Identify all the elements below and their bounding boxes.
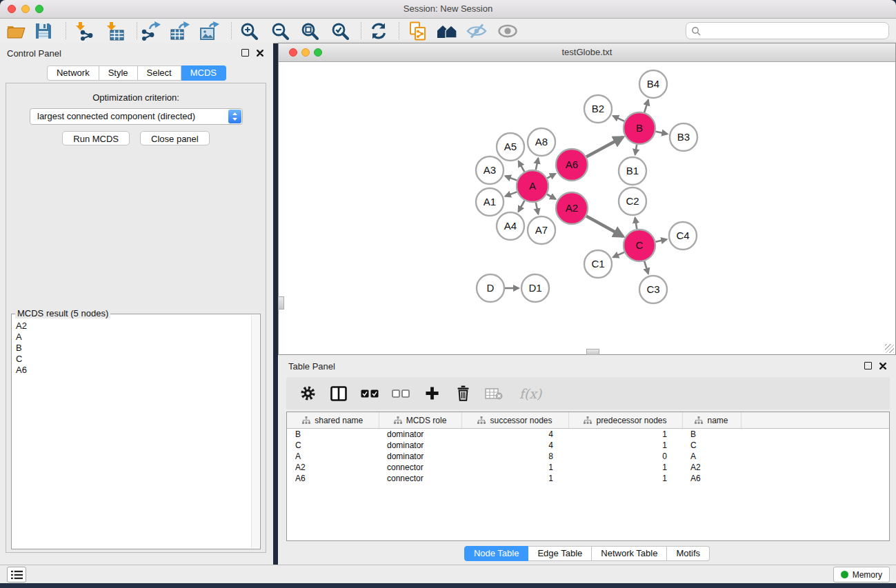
graph-node-A6[interactable]: A6 xyxy=(556,149,588,181)
export-table-button[interactable] xyxy=(170,21,190,41)
table-row[interactable]: A6connector11A6 xyxy=(287,473,889,484)
tab-network[interactable]: Network xyxy=(47,65,99,81)
result-item[interactable]: A2 xyxy=(16,321,250,332)
graph-edge-B-B1[interactable] xyxy=(635,145,637,155)
tab-edge-table[interactable]: Edge Table xyxy=(528,546,592,561)
float-panel-icon[interactable] xyxy=(241,49,249,57)
result-item[interactable]: A xyxy=(16,332,250,343)
graph-node-A1[interactable]: A1 xyxy=(476,188,504,216)
open-session-button[interactable] xyxy=(6,21,26,41)
network-close-button[interactable] xyxy=(289,48,297,57)
graph-edge-A6-B[interactable] xyxy=(586,137,623,157)
criterion-dropdown[interactable]: largest connected component (directed) xyxy=(30,108,243,125)
app-titlebar[interactable]: Session: New Session xyxy=(0,0,896,19)
column-header-predecessor-nodes[interactable]: predecessor nodes xyxy=(568,412,682,429)
float-panel-icon[interactable] xyxy=(864,362,872,369)
import-table-button[interactable] xyxy=(104,21,125,41)
add-column-button[interactable] xyxy=(422,384,441,403)
minimize-window-button[interactable] xyxy=(21,5,30,13)
graph-node-D1[interactable]: D1 xyxy=(521,274,549,302)
table-row[interactable]: Cdominator41C xyxy=(287,440,889,451)
show-panels-button[interactable] xyxy=(497,21,518,41)
zoom-in-button[interactable] xyxy=(239,21,259,41)
graph-node-A2[interactable]: A2 xyxy=(556,192,588,224)
graph-node-B2[interactable]: B2 xyxy=(584,95,612,123)
graph-node-B4[interactable]: B4 xyxy=(639,70,667,98)
table-row[interactable]: Adominator80A xyxy=(287,451,889,462)
graph-edge-A-A1[interactable] xyxy=(506,192,517,196)
tab-style[interactable]: Style xyxy=(99,65,138,81)
import-network-button[interactable] xyxy=(73,21,94,41)
function-builder-button[interactable]: f(x) xyxy=(515,384,546,403)
result-item[interactable]: B xyxy=(16,343,250,354)
result-item[interactable]: C xyxy=(16,354,250,365)
column-header-MCDS-role[interactable]: MCDS role xyxy=(379,412,461,429)
network-window-titlebar[interactable]: testGlobe.txt xyxy=(279,43,895,62)
graph-node-C4[interactable]: C4 xyxy=(669,222,697,250)
run-mcds-button[interactable]: Run MCDS xyxy=(62,131,130,145)
export-image-button[interactable] xyxy=(199,21,220,41)
graph-edge-B-B4[interactable] xyxy=(644,100,648,112)
save-session-button[interactable] xyxy=(33,21,54,41)
graph-edge-C-C2[interactable] xyxy=(635,218,637,230)
graph-node-A3[interactable]: A3 xyxy=(476,156,504,184)
graph-node-C3[interactable]: C3 xyxy=(639,276,667,303)
delete-table-button[interactable] xyxy=(484,384,504,403)
table-row[interactable]: Bdominator41B xyxy=(287,429,889,440)
graph-edge-C-C3[interactable] xyxy=(644,261,648,274)
refresh-button[interactable] xyxy=(368,21,389,41)
graph-edge-A-A2[interactable] xyxy=(547,194,556,199)
graph-node-B3[interactable]: B3 xyxy=(670,123,697,151)
graph-node-D[interactable]: D xyxy=(477,274,504,302)
network-zoom-button[interactable] xyxy=(314,48,322,57)
network-canvas[interactable]: B4B2BB3A8A5A6A3B1AC2A1A2A4A7C4CC1C3DD1 xyxy=(279,62,895,354)
graph-edge-A-A6[interactable] xyxy=(547,174,555,179)
table-row[interactable]: A2connector11A2 xyxy=(287,462,889,473)
home-button[interactable] xyxy=(437,21,457,41)
close-panel-button[interactable]: Close panel xyxy=(140,131,210,145)
zoom-window-button[interactable] xyxy=(35,5,43,13)
graph-node-A5[interactable]: A5 xyxy=(497,133,524,161)
network-minimize-button[interactable] xyxy=(301,48,310,57)
result-scrollbar[interactable] xyxy=(251,315,259,548)
tab-motifs[interactable]: Motifs xyxy=(667,546,710,561)
memory-button[interactable]: Memory xyxy=(833,567,890,582)
graph-edge-A2-C[interactable] xyxy=(586,216,623,236)
graph-node-B[interactable]: B xyxy=(624,112,655,144)
graph-edge-A-A5[interactable] xyxy=(519,161,525,172)
tab-node-table[interactable]: Node Table xyxy=(464,546,529,561)
zoom-selected-button[interactable] xyxy=(330,21,350,41)
panel-collapse-handle-bottom[interactable] xyxy=(586,349,599,355)
zoom-out-button[interactable] xyxy=(270,21,290,41)
column-header-shared-name[interactable]: shared name xyxy=(287,412,379,429)
graph-node-A7[interactable]: A7 xyxy=(528,216,555,244)
graph-node-C1[interactable]: C1 xyxy=(584,250,612,278)
graph-edge-C-C4[interactable] xyxy=(655,239,666,242)
column-header-name[interactable]: name xyxy=(682,412,741,429)
graph-node-C2[interactable]: C2 xyxy=(619,187,646,215)
hide-panels-button[interactable] xyxy=(466,21,487,41)
window-resize-grip[interactable] xyxy=(885,344,894,353)
graph-node-B1[interactable]: B1 xyxy=(619,157,646,185)
panel-collapse-handle-left[interactable] xyxy=(278,296,284,310)
tab-mcds[interactable]: MCDS xyxy=(181,65,226,81)
search-input[interactable] xyxy=(703,23,884,38)
graph-edge-B-B3[interactable] xyxy=(656,132,668,134)
column-header-successor-nodes[interactable]: successor nodes xyxy=(461,412,568,429)
result-item[interactable]: A6 xyxy=(16,365,250,376)
graph-edge-A-A4[interactable] xyxy=(519,201,525,212)
graph-node-C[interactable]: C xyxy=(624,230,655,261)
export-network-button[interactable] xyxy=(141,21,161,41)
delete-column-button[interactable] xyxy=(453,384,472,403)
close-panel-icon[interactable] xyxy=(879,363,886,369)
tab-network-table[interactable]: Network Table xyxy=(592,546,667,561)
tab-select[interactable]: Select xyxy=(138,65,181,81)
graph-edge-A-A3[interactable] xyxy=(506,176,517,180)
manage-networks-button[interactable] xyxy=(408,21,428,41)
zoom-fit-button[interactable] xyxy=(299,21,320,41)
table-settings-button[interactable] xyxy=(298,384,317,403)
show-column-button[interactable] xyxy=(329,384,348,403)
close-window-button[interactable] xyxy=(8,5,16,13)
select-all-button[interactable] xyxy=(360,384,379,403)
graph-node-A[interactable]: A xyxy=(517,170,548,202)
